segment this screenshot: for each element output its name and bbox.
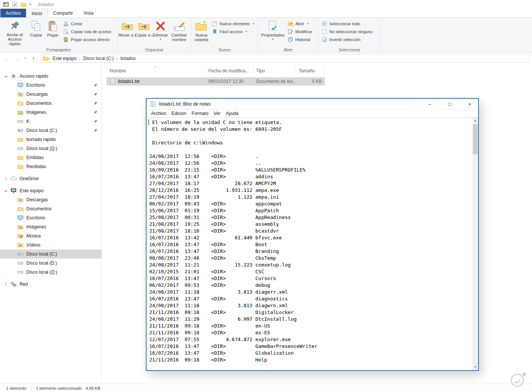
address-bar[interactable]: › Este equipo › Disco local (C:) › lista… [41, 54, 530, 63]
recent-locations-icon[interactable]: ▼ [23, 57, 28, 60]
scroll-down-icon[interactable]: ▼ [472, 364, 478, 370]
column-header-fecha[interactable]: Fecha de modifica... [205, 65, 253, 75]
notepad-edit-area[interactable]: El volumen de la unidad C no tiene etiqu… [147, 118, 478, 370]
ribbon-group-new: Nueva carpeta Nuevo elemento ▼ Fácil acc… [191, 18, 258, 52]
menu-archivo[interactable]: Archivo [148, 111, 169, 116]
sidebar-item-pc-disco-d[interactable]: Disco local (D:) [0, 259, 101, 268]
breadcrumb-this-pc[interactable]: Este equipo [50, 56, 79, 61]
sidebar-section-quick-access[interactable]: Acceso rápido [0, 72, 101, 81]
new-item-icon [212, 21, 218, 27]
menu-ayuda[interactable]: Ayuda [223, 111, 241, 116]
sidebar-item-escritorio[interactable]: Escritorio [0, 81, 101, 90]
edit-icon [287, 29, 294, 35]
column-header-tamano[interactable]: Tamaño [296, 65, 325, 75]
status-divider [31, 386, 31, 391]
select-none-button[interactable]: No seleccionar ninguno [320, 28, 375, 35]
sidebar-item-disco-q-qa[interactable]: Disco local (Q:) [0, 144, 101, 153]
sidebar-item-disco-c-qa[interactable]: Disco local (C:) [0, 126, 101, 135]
scroll-up-icon[interactable]: ▲ [472, 118, 478, 124]
file-list-header: ^ Nombre Fecha de modifica... Tipo Tamañ… [107, 65, 325, 75]
easy-access-button[interactable]: Fácil acceso ▼ [210, 28, 257, 35]
sidebar-section-onedrive[interactable]: OneDrive [0, 174, 101, 183]
ribbon-group-clipboard: Anclar al Acceso rápido Copiar Pegar Cor… [0, 18, 118, 52]
properties-button[interactable]: Propiedades ▼ [260, 19, 286, 46]
qat-new-folder-icon[interactable] [20, 2, 26, 8]
folder-icon [43, 55, 49, 61]
sidebar-item-pc-descargas[interactable]: Descargas [0, 195, 101, 204]
back-button[interactable]: ← [2, 55, 11, 61]
sidebar-item-pc-escritorio[interactable]: Escritorio [0, 213, 101, 222]
breadcrumb-disk-c[interactable]: Disco local (C:) [81, 56, 116, 61]
menu-ver[interactable]: Ver [211, 111, 223, 116]
new-folder-button[interactable]: Nueva carpeta [193, 19, 210, 46]
chevron-expanded-icon[interactable] [3, 74, 8, 79]
forward-button[interactable]: → [12, 55, 21, 61]
move-to-button[interactable]: Mover a▼ [119, 19, 136, 46]
tab-vista[interactable]: Vista [78, 9, 99, 17]
notepad-content[interactable]: El volumen de la unidad C no tiene etiqu… [147, 118, 472, 370]
file-row-listado1[interactable]: listado1.txt 09/10/2017 12:30 Documento … [107, 77, 325, 86]
sidebar-item-pc-musica[interactable]: Música [0, 231, 101, 240]
notepad-scrollbar[interactable]: ▲ ▼ [472, 118, 478, 370]
sidebar-item-pc-documentos[interactable]: Documentos [0, 204, 101, 213]
pin-to-quick-access-button[interactable]: Anclar al Acceso rápido [2, 19, 28, 46]
select-all-button[interactable]: Seleccionar todo [320, 20, 375, 28]
sidebar-section-network[interactable]: Red [0, 280, 101, 289]
qat-properties-icon[interactable] [12, 2, 18, 8]
tab-inicio[interactable]: Inicio [26, 9, 48, 18]
sidebar-item-imagenes[interactable]: Imágenes [0, 108, 101, 117]
sidebar-item-pc-disco-q[interactable]: Disco local (Q:) [0, 268, 101, 277]
qat-customize-icon[interactable]: ▼ [29, 3, 31, 6]
tab-compartir[interactable]: Compartir [48, 9, 78, 17]
ribbon-group-open: Propiedades ▼ Abrir ▼ Modificar Historia… [258, 18, 318, 52]
documents-icon [17, 206, 23, 212]
documents-icon [17, 100, 23, 106]
edit-button[interactable]: Modificar [286, 28, 314, 35]
menu-edicion[interactable]: Edición [169, 111, 189, 116]
invert-selection-button[interactable]: Invertir selección [320, 35, 375, 43]
sidebar-item-pc-imagenes[interactable]: Imágenes [0, 222, 101, 231]
folder-icon [17, 164, 23, 170]
copy-to-button[interactable]: Copiar a▼ [136, 19, 152, 46]
column-header-tipo[interactable]: Tipo [253, 65, 296, 75]
sidebar-item-pc-videos[interactable]: Vídeos [0, 240, 101, 250]
scrollbar-thumb[interactable] [473, 124, 478, 154]
sidebar-item-pc-disco-c[interactable]: Disco local (C:) [0, 250, 101, 259]
sidebar-section-this-pc[interactable]: Este equipo [0, 186, 101, 195]
breadcrumb-listados[interactable]: listados [118, 56, 139, 61]
sidebar-item-k-drive[interactable]: K: [0, 117, 101, 126]
history-button[interactable]: Historial [286, 35, 314, 43]
paste-shortcut-button[interactable]: Pegar acceso directo [61, 35, 113, 43]
new-item-button[interactable]: Nuevo elemento ▼ [210, 20, 257, 28]
chevron-collapsed-icon[interactable] [3, 282, 8, 287]
solvetic-logo [509, 371, 527, 389]
tab-archivo[interactable]: Archivo [0, 9, 26, 17]
delete-button[interactable]: Eliminar ▼ [152, 19, 169, 46]
sidebar-item-emitidas[interactable]: Emitidas [0, 153, 101, 162]
rename-button[interactable]: Cambiar nombre [169, 19, 190, 46]
drive-icon [17, 260, 23, 266]
group-label-open: Abrir [258, 47, 318, 52]
open-button[interactable]: Abrir ▼ [286, 20, 314, 28]
chevron-collapsed-icon[interactable] [3, 176, 8, 181]
minimize-button[interactable]: – [421, 99, 438, 110]
copy-icon [30, 20, 42, 32]
copy-button[interactable]: Copiar [28, 19, 44, 46]
sidebar-item-borrado-rapido[interactable]: borrado rapido [0, 135, 101, 144]
copy-path-icon [63, 29, 69, 35]
copy-path-button[interactable]: Copiar ruta de acceso [61, 28, 113, 35]
chevron-expanded-icon[interactable] [3, 188, 8, 193]
maximize-button[interactable]: □ [441, 99, 458, 110]
cut-button[interactable]: Cortar [61, 20, 113, 28]
close-button[interactable]: × [461, 99, 478, 110]
up-button[interactable]: ↑ [29, 55, 38, 61]
column-header-nombre[interactable]: ^ Nombre [107, 65, 205, 75]
sidebar-item-recibidas[interactable]: Recibidas [0, 162, 101, 171]
sidebar-item-documentos[interactable]: Documentos [0, 99, 101, 108]
sidebar-item-descargas[interactable]: Descargas [0, 90, 101, 99]
paste-button[interactable]: Pegar [44, 19, 61, 46]
pin-icon [93, 92, 98, 97]
notepad-titlebar[interactable]: listado1.txt: Bloc de notas – □ × [147, 99, 478, 110]
menu-formato[interactable]: Formato [189, 111, 211, 116]
copy-to-icon [138, 20, 150, 32]
